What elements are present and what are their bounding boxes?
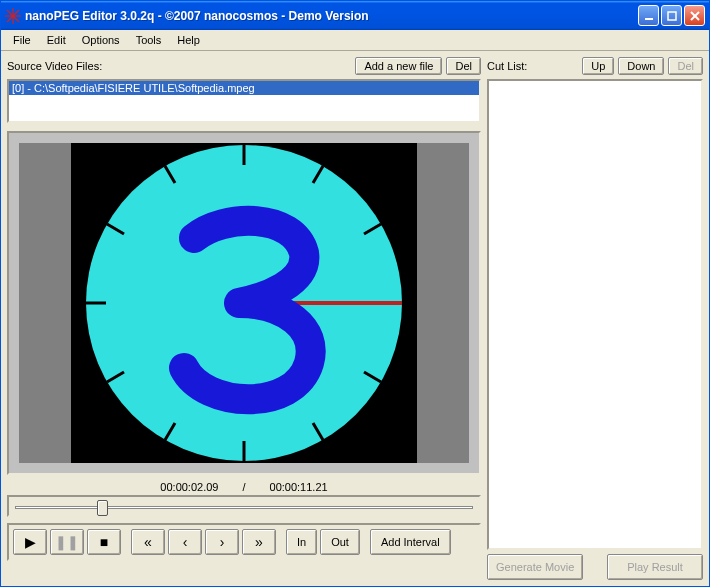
time-current: 00:00:02.09 (160, 481, 218, 493)
transport-controls: ▶ ❚❚ ■ « ‹ › » In Out Add Interval (7, 523, 481, 561)
slider-track (15, 506, 473, 509)
delete-source-button[interactable]: Del (446, 57, 481, 75)
pillarbox-right (417, 143, 469, 463)
source-header: Source Video Files: Add a new file Del (7, 57, 481, 75)
add-interval-button[interactable]: Add Interval (370, 529, 451, 555)
step-fwd-button[interactable]: › (205, 529, 239, 555)
cutlist-down-button[interactable]: Down (618, 57, 664, 75)
slider-thumb[interactable] (97, 500, 108, 516)
content-area: Source Video Files: Add a new file Del [… (1, 51, 709, 586)
maximize-icon (667, 11, 677, 21)
left-pane: Source Video Files: Add a new file Del [… (7, 57, 481, 580)
pillarbox-left (19, 143, 71, 463)
svg-rect-5 (668, 12, 676, 20)
menubar: File Edit Options Tools Help (1, 30, 709, 51)
play-result-button[interactable]: Play Result (607, 554, 703, 580)
cutlist-header: Cut List: Up Down Del (487, 57, 703, 75)
play-button[interactable]: ▶ (13, 529, 47, 555)
time-display: 00:00:02.09 / 00:00:11.21 (7, 475, 481, 495)
app-icon (5, 8, 21, 24)
generate-movie-button[interactable]: Generate Movie (487, 554, 583, 580)
menu-options[interactable]: Options (74, 32, 128, 48)
menu-edit[interactable]: Edit (39, 32, 74, 48)
countdown-clock (71, 143, 417, 463)
minimize-button[interactable] (638, 5, 659, 26)
seek-slider[interactable] (7, 495, 481, 517)
window-buttons (638, 5, 705, 26)
mark-in-button[interactable]: In (286, 529, 317, 555)
menu-file[interactable]: File (5, 32, 39, 48)
app-window: nanoPEG Editor 3.0.2q - ©2007 nanocosmos… (0, 0, 710, 587)
cutlist-del-button[interactable]: Del (668, 57, 703, 75)
menu-help[interactable]: Help (169, 32, 208, 48)
cutlist-up-button[interactable]: Up (582, 57, 614, 75)
list-item[interactable]: [0] - C:\Softpedia\FISIERE UTILE\Softped… (9, 81, 479, 95)
maximize-button[interactable] (661, 5, 682, 26)
rewind-button[interactable]: « (131, 529, 165, 555)
menu-tools[interactable]: Tools (128, 32, 170, 48)
time-total: 00:00:11.21 (270, 481, 328, 493)
close-icon (690, 11, 700, 21)
action-buttons: Generate Movie Play Result (487, 550, 703, 580)
mark-out-button[interactable]: Out (320, 529, 360, 555)
close-button[interactable] (684, 5, 705, 26)
video-frame (19, 143, 469, 463)
video-preview (7, 131, 481, 475)
right-pane: Cut List: Up Down Del Generate Movie Pla… (487, 57, 703, 580)
source-listbox[interactable]: [0] - C:\Softpedia\FISIERE UTILE\Softped… (7, 79, 481, 123)
time-sep: / (242, 481, 245, 493)
add-file-button[interactable]: Add a new file (355, 57, 442, 75)
window-title: nanoPEG Editor 3.0.2q - ©2007 nanocosmos… (25, 9, 638, 23)
step-back-button[interactable]: ‹ (168, 529, 202, 555)
cutlist-label: Cut List: (487, 60, 527, 72)
source-label: Source Video Files: (7, 60, 102, 72)
fast-fwd-button[interactable]: » (242, 529, 276, 555)
stop-button[interactable]: ■ (87, 529, 121, 555)
minimize-icon (644, 11, 654, 21)
cutlist-listbox[interactable] (487, 79, 703, 550)
titlebar[interactable]: nanoPEG Editor 3.0.2q - ©2007 nanocosmos… (1, 1, 709, 30)
pause-button[interactable]: ❚❚ (50, 529, 84, 555)
svg-rect-4 (645, 18, 653, 20)
